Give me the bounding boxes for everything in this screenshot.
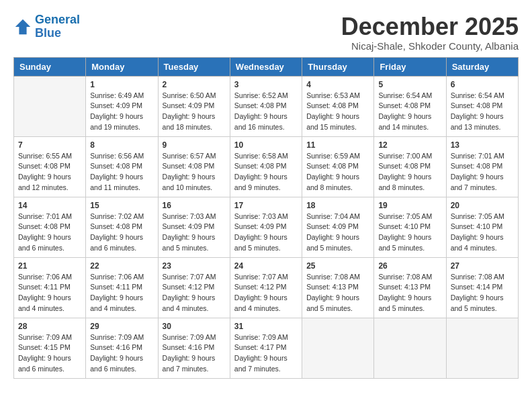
day-info: Sunrise: 7:09 AM Sunset: 4:17 PM Dayligh… xyxy=(234,332,298,375)
calendar-cell: 31Sunrise: 7:09 AM Sunset: 4:17 PM Dayli… xyxy=(230,318,302,378)
calendar-cell: 4Sunrise: 6:53 AM Sunset: 4:08 PM Daylig… xyxy=(302,76,374,136)
day-info: Sunrise: 7:09 AM Sunset: 4:15 PM Dayligh… xyxy=(18,332,81,375)
calendar-cell: 27Sunrise: 7:08 AM Sunset: 4:14 PM Dayli… xyxy=(446,257,518,318)
calendar-cell xyxy=(374,318,446,378)
title-block: December 2025 Nicaj-Shale, Shkoder Count… xyxy=(341,13,519,52)
day-number: 12 xyxy=(378,140,441,150)
calendar-cell xyxy=(302,318,374,378)
page-header: General Blue December 2025 Nicaj-Shale, … xyxy=(13,13,519,52)
day-number: 16 xyxy=(163,201,226,210)
day-number: 4 xyxy=(306,80,369,89)
day-number: 24 xyxy=(234,261,298,271)
calendar-week-5: 28Sunrise: 7:09 AM Sunset: 4:15 PM Dayli… xyxy=(14,318,519,378)
day-info: Sunrise: 7:07 AM Sunset: 4:12 PM Dayligh… xyxy=(234,272,298,314)
day-number: 22 xyxy=(90,261,153,271)
calendar-cell: 23Sunrise: 7:07 AM Sunset: 4:12 PM Dayli… xyxy=(158,257,230,318)
location-subtitle: Nicaj-Shale, Shkoder County, Albania xyxy=(341,40,519,52)
day-number: 13 xyxy=(451,140,514,150)
day-info: Sunrise: 6:58 AM Sunset: 4:08 PM Dayligh… xyxy=(234,151,298,193)
day-number: 21 xyxy=(18,261,81,271)
weekday-header-thursday: Thursday xyxy=(302,57,374,76)
calendar-cell: 2Sunrise: 6:50 AM Sunset: 4:09 PM Daylig… xyxy=(158,76,230,136)
day-number: 25 xyxy=(306,261,369,271)
day-number: 6 xyxy=(451,80,514,89)
calendar-table: SundayMondayTuesdayWednesdayThursdayFrid… xyxy=(13,57,519,379)
calendar-cell: 11Sunrise: 6:59 AM Sunset: 4:08 PM Dayli… xyxy=(302,136,374,197)
calendar-cell: 9Sunrise: 6:57 AM Sunset: 4:08 PM Daylig… xyxy=(158,136,230,197)
weekday-header-tuesday: Tuesday xyxy=(158,57,230,76)
day-info: Sunrise: 7:08 AM Sunset: 4:13 PM Dayligh… xyxy=(306,272,369,314)
day-info: Sunrise: 7:03 AM Sunset: 4:09 PM Dayligh… xyxy=(234,212,298,254)
day-number: 2 xyxy=(163,80,226,89)
day-number: 28 xyxy=(18,322,81,331)
day-number: 15 xyxy=(90,201,153,210)
day-info: Sunrise: 6:54 AM Sunset: 4:08 PM Dayligh… xyxy=(451,91,514,133)
day-info: Sunrise: 7:01 AM Sunset: 4:08 PM Dayligh… xyxy=(18,212,81,254)
calendar-cell: 5Sunrise: 6:54 AM Sunset: 4:08 PM Daylig… xyxy=(374,76,446,136)
calendar-cell: 16Sunrise: 7:03 AM Sunset: 4:09 PM Dayli… xyxy=(158,197,230,257)
day-info: Sunrise: 7:06 AM Sunset: 4:11 PM Dayligh… xyxy=(90,272,153,314)
day-number: 10 xyxy=(234,140,298,150)
svg-marker-0 xyxy=(15,19,30,34)
day-number: 19 xyxy=(378,201,441,210)
calendar-cell: 3Sunrise: 6:52 AM Sunset: 4:08 PM Daylig… xyxy=(230,76,302,136)
day-number: 31 xyxy=(234,322,298,331)
calendar-week-4: 21Sunrise: 7:06 AM Sunset: 4:11 PM Dayli… xyxy=(14,257,519,318)
day-number: 18 xyxy=(306,201,369,210)
day-number: 30 xyxy=(163,322,226,331)
calendar-cell: 19Sunrise: 7:05 AM Sunset: 4:10 PM Dayli… xyxy=(374,197,446,257)
calendar-cell: 30Sunrise: 7:09 AM Sunset: 4:16 PM Dayli… xyxy=(158,318,230,378)
day-number: 7 xyxy=(18,140,81,150)
day-info: Sunrise: 7:05 AM Sunset: 4:10 PM Dayligh… xyxy=(378,212,441,254)
calendar-cell xyxy=(446,318,518,378)
day-info: Sunrise: 6:53 AM Sunset: 4:08 PM Dayligh… xyxy=(306,91,369,133)
day-number: 14 xyxy=(18,201,81,210)
logo-text: General Blue xyxy=(35,13,80,40)
calendar-cell: 26Sunrise: 7:08 AM Sunset: 4:13 PM Dayli… xyxy=(374,257,446,318)
calendar-cell: 24Sunrise: 7:07 AM Sunset: 4:12 PM Dayli… xyxy=(230,257,302,318)
day-info: Sunrise: 7:04 AM Sunset: 4:09 PM Dayligh… xyxy=(306,212,369,254)
day-info: Sunrise: 7:09 AM Sunset: 4:16 PM Dayligh… xyxy=(163,332,226,375)
day-number: 26 xyxy=(378,261,441,271)
day-number: 11 xyxy=(306,140,369,150)
day-info: Sunrise: 7:06 AM Sunset: 4:11 PM Dayligh… xyxy=(18,272,81,314)
calendar-cell: 20Sunrise: 7:05 AM Sunset: 4:10 PM Dayli… xyxy=(446,197,518,257)
day-info: Sunrise: 7:08 AM Sunset: 4:14 PM Dayligh… xyxy=(451,272,514,314)
day-number: 23 xyxy=(163,261,226,271)
logo: General Blue xyxy=(13,13,80,40)
day-number: 17 xyxy=(234,201,298,210)
day-info: Sunrise: 6:55 AM Sunset: 4:08 PM Dayligh… xyxy=(18,151,81,193)
calendar-week-3: 14Sunrise: 7:01 AM Sunset: 4:08 PM Dayli… xyxy=(14,197,519,257)
weekday-header-wednesday: Wednesday xyxy=(230,57,302,76)
day-info: Sunrise: 7:01 AM Sunset: 4:08 PM Dayligh… xyxy=(451,151,514,193)
month-title: December 2025 xyxy=(341,13,519,40)
calendar-cell: 8Sunrise: 6:56 AM Sunset: 4:08 PM Daylig… xyxy=(86,136,158,197)
calendar-week-1: 1Sunrise: 6:49 AM Sunset: 4:09 PM Daylig… xyxy=(14,76,519,136)
day-info: Sunrise: 7:09 AM Sunset: 4:16 PM Dayligh… xyxy=(90,332,153,375)
calendar-cell: 28Sunrise: 7:09 AM Sunset: 4:15 PM Dayli… xyxy=(14,318,86,378)
day-info: Sunrise: 7:03 AM Sunset: 4:09 PM Dayligh… xyxy=(163,212,226,254)
calendar-header-row: SundayMondayTuesdayWednesdayThursdayFrid… xyxy=(14,57,519,76)
weekday-header-saturday: Saturday xyxy=(446,57,518,76)
day-number: 1 xyxy=(90,80,153,89)
day-info: Sunrise: 7:07 AM Sunset: 4:12 PM Dayligh… xyxy=(163,272,226,314)
weekday-header-sunday: Sunday xyxy=(14,57,86,76)
day-info: Sunrise: 6:50 AM Sunset: 4:09 PM Dayligh… xyxy=(163,91,226,133)
calendar-cell: 17Sunrise: 7:03 AM Sunset: 4:09 PM Dayli… xyxy=(230,197,302,257)
day-info: Sunrise: 6:56 AM Sunset: 4:08 PM Dayligh… xyxy=(90,151,153,193)
day-info: Sunrise: 6:59 AM Sunset: 4:08 PM Dayligh… xyxy=(306,151,369,193)
day-number: 20 xyxy=(451,201,514,210)
day-number: 27 xyxy=(451,261,514,271)
calendar-cell: 25Sunrise: 7:08 AM Sunset: 4:13 PM Dayli… xyxy=(302,257,374,318)
calendar-cell: 1Sunrise: 6:49 AM Sunset: 4:09 PM Daylig… xyxy=(86,76,158,136)
day-number: 29 xyxy=(90,322,153,331)
day-number: 5 xyxy=(378,80,441,89)
calendar-cell: 18Sunrise: 7:04 AM Sunset: 4:09 PM Dayli… xyxy=(302,197,374,257)
calendar-cell: 21Sunrise: 7:06 AM Sunset: 4:11 PM Dayli… xyxy=(14,257,86,318)
logo-icon xyxy=(13,17,32,36)
calendar-week-2: 7Sunrise: 6:55 AM Sunset: 4:08 PM Daylig… xyxy=(14,136,519,197)
calendar-cell: 29Sunrise: 7:09 AM Sunset: 4:16 PM Dayli… xyxy=(86,318,158,378)
day-info: Sunrise: 6:57 AM Sunset: 4:08 PM Dayligh… xyxy=(163,151,226,193)
calendar-cell: 13Sunrise: 7:01 AM Sunset: 4:08 PM Dayli… xyxy=(446,136,518,197)
weekday-header-monday: Monday xyxy=(86,57,158,76)
